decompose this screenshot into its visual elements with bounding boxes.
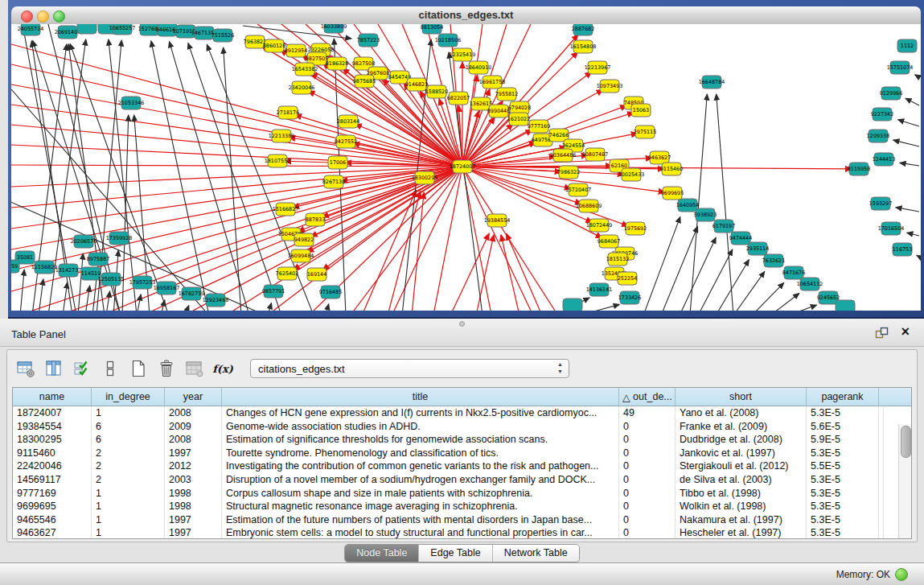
graph-node[interactable] xyxy=(836,300,855,311)
table-row[interactable]: 1938455462009Genome-wide association stu… xyxy=(13,420,911,434)
column-header-out-degree[interactable]: △ out_de... xyxy=(619,388,676,406)
scrollbar-thumb[interactable] xyxy=(901,426,911,458)
import-table-icon[interactable] xyxy=(184,358,205,379)
column-header-in-degree[interactable]: in_degree xyxy=(92,388,165,406)
table-tabs-bar: Node TableEdge TableNetwork Table xyxy=(0,542,924,563)
graph-node-label: 9129966 xyxy=(880,90,902,97)
graph-edge xyxy=(85,286,90,311)
splitter-handle[interactable] xyxy=(459,321,465,327)
graph-node-label: 8427552 xyxy=(335,138,357,145)
table-row[interactable]: 969969511998Structural magnetic resonanc… xyxy=(13,500,911,513)
table-cell: 0 xyxy=(619,420,676,434)
select-all-icon[interactable] xyxy=(72,358,92,379)
column-header-name[interactable]: name xyxy=(13,388,92,406)
graph-node-label: 12213967 xyxy=(585,64,611,71)
graph-node-label: 35081 xyxy=(17,254,33,261)
new-table-icon[interactable] xyxy=(128,358,149,379)
table-cell: 5.3E-5 xyxy=(807,513,879,527)
column-header-year[interactable]: year xyxy=(165,388,222,406)
table-cell: Embryonic stem cells: a model to study s… xyxy=(222,526,619,538)
graph-node-label: 3624554 xyxy=(562,142,585,149)
table-cell: Yano et al. (2008) xyxy=(676,406,807,420)
table-cell: 5.5E-5 xyxy=(807,459,879,473)
column-header-pagerank[interactable]: pagerank xyxy=(807,388,879,406)
table-row[interactable]: 2242004622012Investigating the contribut… xyxy=(13,459,911,473)
graph-node-label: 12156829 xyxy=(31,264,58,270)
graph-edge xyxy=(449,52,483,311)
close-panel-icon[interactable]: × xyxy=(901,323,910,340)
graph-node-label: 18072449 xyxy=(586,222,613,229)
tab-network-table[interactable]: Network Table xyxy=(492,545,579,562)
table-cell: 5.3E-5 xyxy=(807,526,879,538)
graph-node-label: 17016504 xyxy=(878,225,905,232)
graph-node-label: 13142737 xyxy=(55,267,82,274)
graph-node-label: 9245652 xyxy=(817,295,840,301)
table-cell: 1997 xyxy=(165,447,222,460)
table-cell: Disruption of a novel member of a sodium… xyxy=(222,473,619,487)
graph-node-label: 12505135 xyxy=(98,276,125,282)
column-header-title[interactable]: title xyxy=(222,388,619,406)
table-selector-value: citations_edges.txt xyxy=(251,363,345,375)
graph-edge xyxy=(20,270,24,311)
graph-node-label: 9227342 xyxy=(871,111,893,117)
vertical-scrollbar[interactable] xyxy=(898,424,911,538)
table-mode-icon[interactable] xyxy=(15,358,36,379)
network-graph[interactable]: 2405572420691406106552571527602846616010… xyxy=(11,24,921,311)
graph-edge xyxy=(268,303,271,311)
graph-node-label: 20364486 xyxy=(550,152,577,159)
memory-status-indicator xyxy=(895,568,908,581)
table-row[interactable]: 1830029562008Estimation of significance … xyxy=(13,433,911,447)
graph-node-label: 8186328 xyxy=(326,60,348,67)
table-cell: 9463627 xyxy=(13,526,92,538)
table-row[interactable]: 946554611997Estimation of the future num… xyxy=(13,513,911,527)
column-header-filler xyxy=(879,388,911,406)
graph-edge xyxy=(752,282,784,311)
graph-node-label: 15720407 xyxy=(565,187,592,193)
table-cell: 6 xyxy=(92,420,165,434)
table-cell: Estimation of significance thresholds fo… xyxy=(222,433,619,447)
svg-text:f(x): f(x) xyxy=(212,363,233,375)
table-row[interactable]: 1872400712008Changes of HCN gene express… xyxy=(13,406,911,420)
dropdown-stepper-icon: ▲▼ xyxy=(557,360,563,375)
table-row[interactable]: 946362711997Embryonic stem cells: a mode… xyxy=(13,526,911,538)
graph-node-label: 10654112 xyxy=(797,281,823,287)
table-header-row: name in_degree year title △ out_de... sh… xyxy=(13,388,911,406)
table-panel-header: Table Panel × xyxy=(0,319,924,347)
table-cell: 0 xyxy=(619,487,676,501)
tab-node-table[interactable]: Node Table xyxy=(345,545,418,562)
network-canvas[interactable]: 2405572420691406106552571527602846616010… xyxy=(11,24,921,311)
cells-icon[interactable] xyxy=(100,358,121,379)
table-row[interactable]: 911546021997Tourette syndrome. Phenomeno… xyxy=(13,447,911,460)
table-selector-dropdown[interactable]: citations_edges.txt ▲▼ xyxy=(250,359,569,378)
graph-edge xyxy=(106,291,110,311)
table-row[interactable]: 1456911722003Disruption of a novel membe… xyxy=(13,473,911,487)
window-titlebar[interactable]: citations_edges.txt xyxy=(11,6,921,25)
graph-edge xyxy=(308,91,462,167)
delete-table-icon[interactable] xyxy=(156,358,177,379)
graph-node[interactable] xyxy=(563,299,582,311)
show-columns-icon[interactable] xyxy=(43,358,64,379)
graph-node-label: 24055724 xyxy=(18,26,44,32)
table-cell: 5.3E-5 xyxy=(807,447,879,460)
graph-edge xyxy=(898,120,919,126)
table-cell: Tourette syndrome. Phenomenology and cla… xyxy=(222,447,619,460)
table-cell: 6 xyxy=(92,433,165,447)
tab-edge-table[interactable]: Edge Table xyxy=(418,545,491,562)
graph-node-label: 1588520 xyxy=(425,89,448,95)
memory-status-label: Memory: OK xyxy=(836,569,890,580)
table-row[interactable]: 977716911998Corpus callosum shape and si… xyxy=(13,487,911,501)
graph-node-label: 1209338 xyxy=(867,133,889,139)
table-cell: 18724007 xyxy=(13,406,92,420)
graph-node-label: 14136141 xyxy=(586,286,613,293)
graph-node-label: 20206576 xyxy=(71,238,97,245)
graph-node-label: 2803144 xyxy=(337,118,359,125)
function-builder-icon[interactable]: f(x) xyxy=(212,358,233,379)
table-cell: Tibbo et al. (1998) xyxy=(676,487,807,501)
graph-node-label: 1244413 xyxy=(873,156,895,163)
table-cell-filler xyxy=(879,447,884,460)
graph-node-label: 8990448 xyxy=(487,108,510,114)
graph-node[interactable] xyxy=(77,24,97,34)
graph-node-label: 16958167 xyxy=(154,285,180,291)
column-header-short[interactable]: short xyxy=(676,388,807,406)
float-panel-icon[interactable] xyxy=(875,327,889,339)
